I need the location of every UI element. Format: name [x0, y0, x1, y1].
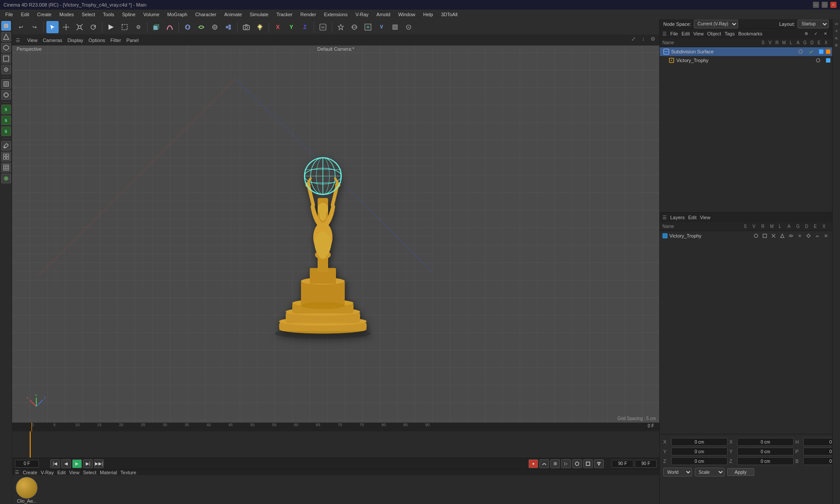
sapr-item-a[interactable]: A	[833, 28, 840, 34]
coordinate-system-dropdown[interactable]: World Object Camera	[663, 468, 692, 476]
menu-window[interactable]: Window	[395, 11, 419, 18]
mat-texture-menu[interactable]: Texture	[120, 470, 136, 475]
mat-edit-menu[interactable]: Edit	[57, 470, 66, 475]
menu-animate[interactable]: Animate	[220, 11, 245, 18]
viewport-cameras-menu[interactable]: Cameras	[43, 38, 63, 43]
material-thumbnail[interactable]	[16, 477, 38, 499]
point-mode-button[interactable]	[1, 65, 11, 74]
play-button[interactable]: ▶	[72, 459, 82, 468]
layers-menu-layers[interactable]: Layers	[670, 215, 685, 220]
extra2-button[interactable]	[402, 21, 415, 33]
menu-mograph[interactable]: MoGraph	[164, 11, 191, 18]
camera-button[interactable]	[240, 21, 252, 33]
move-button[interactable]	[60, 21, 72, 33]
world-axis-button[interactable]: W	[317, 21, 329, 33]
vp-settings-icon[interactable]: ⚙	[649, 36, 657, 44]
vray-settings-button[interactable]: V	[375, 21, 388, 33]
cube-button[interactable]	[150, 21, 162, 33]
vp-fullscreen-icon[interactable]: ⤢	[630, 36, 637, 44]
y-axis-button[interactable]: Y	[285, 21, 298, 33]
extra1-button[interactable]	[389, 21, 401, 33]
redo-button[interactable]: ↪	[28, 21, 41, 33]
obj-row-trophy[interactable]: Victory_Trophy	[660, 56, 832, 65]
mat-select-menu[interactable]: Select	[83, 470, 97, 475]
menu-v-ray[interactable]: V-Ray	[352, 11, 372, 18]
obj-edit-menu[interactable]: Edit	[682, 31, 690, 36]
vp-render-icon[interactable]: ↓	[639, 36, 647, 44]
go-end-button[interactable]: ▶▶|	[94, 459, 104, 468]
menu-character[interactable]: Character	[192, 11, 220, 18]
playback-speed-input[interactable]	[635, 460, 657, 468]
array-button[interactable]	[222, 21, 234, 33]
timeline-option3[interactable]	[583, 459, 593, 468]
menu-arnold[interactable]: Arnold	[373, 11, 394, 18]
viewport-display-menu[interactable]: Display	[67, 38, 83, 43]
timeline-view-button[interactable]: ⊞	[550, 459, 560, 468]
null-button[interactable]	[209, 21, 221, 33]
z-scale-input[interactable]	[737, 457, 794, 465]
sphere-button[interactable]	[1, 174, 11, 183]
mat-material-menu[interactable]: Material	[100, 470, 117, 475]
current-frame-input[interactable]	[15, 460, 39, 468]
sapr-item-r[interactable]: R	[833, 42, 840, 49]
menu-tools[interactable]: Tools	[99, 11, 118, 18]
obj-row-subdiv[interactable]: Subdivision Surface	[660, 47, 832, 56]
render-settings-button[interactable]: ⚙	[132, 21, 144, 33]
menu-file[interactable]: File	[2, 11, 17, 18]
rotate-button[interactable]	[87, 21, 99, 33]
solo-button[interactable]	[348, 21, 360, 33]
layers-menu-edit[interactable]: Edit	[688, 215, 696, 220]
viewport-options-menu[interactable]: Options	[88, 38, 105, 43]
menu-render[interactable]: Render	[297, 11, 320, 18]
obj-view-menu[interactable]: View	[693, 31, 704, 36]
s-tool-button[interactable]: S	[1, 105, 11, 114]
texture-mode-button[interactable]	[1, 79, 11, 89]
menu-edit[interactable]: Edit	[18, 11, 33, 18]
obj-icon2[interactable]: ✓	[812, 30, 820, 38]
sapr-item-s[interactable]: S	[833, 21, 840, 27]
record-button[interactable]: ●	[528, 459, 538, 468]
x-scale-input[interactable]	[737, 438, 794, 446]
obj-icon1[interactable]: ⚙	[802, 30, 810, 38]
x-position-input[interactable]	[671, 438, 728, 446]
grid-snap-button[interactable]	[362, 21, 374, 33]
render-region-button[interactable]	[119, 21, 131, 33]
menu-create[interactable]: Create	[34, 11, 55, 18]
menu-modes[interactable]: Modes	[56, 11, 77, 18]
nurbs-button[interactable]	[182, 21, 194, 33]
timeline-track[interactable]	[12, 431, 659, 458]
prev-frame-button[interactable]: ◀	[61, 459, 71, 468]
menu-spline[interactable]: Spline	[119, 11, 139, 18]
light-button[interactable]	[254, 21, 266, 33]
y-position-input[interactable]	[671, 448, 728, 455]
obj-bookmarks-menu[interactable]: Bookmarks	[738, 31, 762, 36]
poly-mode-button[interactable]	[1, 43, 11, 52]
timeline-option4[interactable]	[594, 459, 604, 468]
spline-button[interactable]	[164, 21, 176, 33]
node-space-dropdown[interactable]: Current (V-Ray) Standard	[694, 20, 738, 28]
mat-view-menu[interactable]: View	[69, 470, 80, 475]
brush-button[interactable]	[1, 141, 11, 150]
layers-menu-view[interactable]: View	[700, 215, 710, 220]
snap-button[interactable]	[1, 90, 11, 100]
grid-button[interactable]	[1, 152, 11, 161]
menu-3dtoall[interactable]: 3DToAll	[438, 11, 461, 18]
minimize-button[interactable]: ─	[813, 2, 819, 8]
model-mode-button[interactable]	[1, 21, 11, 31]
transform-mode-dropdown[interactable]: Scale Position Rotation	[695, 468, 724, 476]
s3-tool-button[interactable]: S	[1, 126, 11, 136]
obj-file-menu[interactable]: File	[670, 31, 678, 36]
snap-enable-button[interactable]	[335, 21, 347, 33]
close-button[interactable]: ✕	[830, 2, 836, 8]
deformer-button[interactable]	[195, 21, 207, 33]
viewport[interactable]: ☰ View Cameras Display Options Filter Pa…	[12, 35, 659, 423]
viewport-view-menu[interactable]: View	[27, 38, 38, 43]
undo-button[interactable]: ↩	[15, 21, 27, 33]
apply-button[interactable]: Apply	[727, 468, 754, 476]
obj-object-menu[interactable]: Object	[707, 31, 721, 36]
menu-select[interactable]: Select	[78, 11, 99, 18]
menu-tracker[interactable]: Tracker	[273, 11, 296, 18]
mat-vray-menu[interactable]: V-Ray	[41, 470, 54, 475]
motion-path-button[interactable]	[539, 459, 549, 468]
next-frame-button[interactable]: ▶|	[83, 459, 93, 468]
